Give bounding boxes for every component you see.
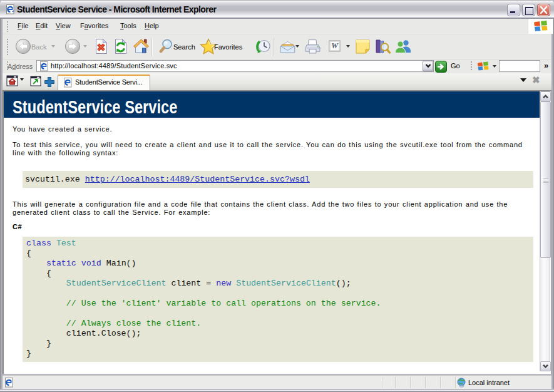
svg-text:W: W <box>331 41 339 50</box>
